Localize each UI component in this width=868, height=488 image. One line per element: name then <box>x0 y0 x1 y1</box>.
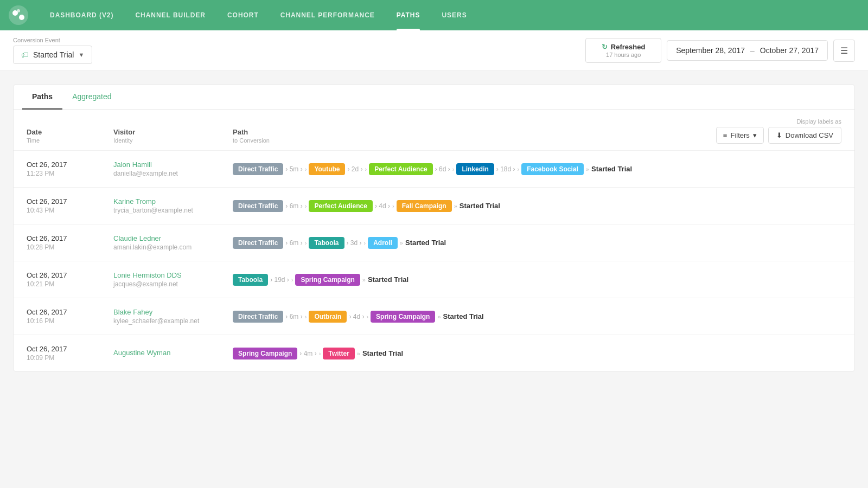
channel-badge[interactable]: Youtube <box>309 163 345 175</box>
date-primary: Oct 26, 2017 <box>27 234 113 242</box>
channel-badge[interactable]: Perfect Audience <box>309 200 373 212</box>
visitor-name[interactable]: Lonie Hermiston DDS <box>113 271 233 279</box>
navigation: DASHBOARD (V2) CHANNEL BUILDER COHORT CH… <box>0 0 868 30</box>
cell-visitor: Karine Tromptrycia_barton@example.net <box>113 197 233 214</box>
nav-item-dashboard[interactable]: DASHBOARD (V2) <box>39 0 124 30</box>
channel-badge[interactable]: Taboola <box>309 237 344 249</box>
col-visitor-label: Visitor <box>113 128 233 136</box>
toolbar: Conversion Event 🏷 Started Trial ▼ ↻ Ref… <box>0 30 868 71</box>
date-primary: Oct 26, 2017 <box>27 271 113 279</box>
date-time: 10:28 PM <box>27 243 113 251</box>
col-date-label: Date <box>27 128 113 136</box>
path-time: › 6m › <box>285 313 302 320</box>
path-arrow-icon: › <box>305 313 307 320</box>
nav-item-users[interactable]: USERS <box>431 0 477 30</box>
cell-visitor: Augustine Wyman <box>113 349 233 358</box>
path-flow: Taboola› 19d ››Spring Campaign » Started… <box>233 274 841 286</box>
nav-item-channel-builder[interactable]: CHANNEL BUILDER <box>124 0 216 30</box>
conversion-arrow-icon: » <box>586 166 589 172</box>
table-row: Oct 26, 201711:23 PMJalon Hamilldaniella… <box>14 151 854 188</box>
visitor-email: jacques@example.net <box>113 280 233 288</box>
table-row: Oct 26, 201710:43 PMKarine Tromptrycia_b… <box>14 188 854 224</box>
cell-path: Taboola› 19d ››Spring Campaign » Started… <box>233 274 841 286</box>
date-range[interactable]: September 28, 2017 – October 27, 2017 <box>667 40 828 61</box>
date-time: 10:09 PM <box>27 354 113 362</box>
visitor-name[interactable]: Karine Tromp <box>113 197 233 206</box>
visitor-email: amani.lakin@example.com <box>113 243 233 251</box>
main-content: Paths Aggregated Date Time Visitor Ident… <box>0 71 868 385</box>
nav-item-channel-performance[interactable]: CHANNEL PERFORMANCE <box>270 0 386 30</box>
channel-badge[interactable]: Fall Campaign <box>397 200 452 212</box>
visitor-name[interactable]: Augustine Wyman <box>113 349 233 357</box>
download-csv-button[interactable]: ⬇ Download CSV <box>768 127 841 144</box>
path-time: › 3d › <box>347 239 362 247</box>
chevron-down-icon: ▼ <box>78 52 84 58</box>
refresh-ago: 17 hours ago <box>606 52 641 58</box>
channel-badge[interactable]: Outbrain <box>309 311 347 323</box>
visitor-email: daniella@example.net <box>113 170 233 177</box>
channel-badge[interactable]: Direct Traffic <box>233 200 283 212</box>
channel-badge[interactable]: Direct Traffic <box>233 237 283 249</box>
tab-aggregated[interactable]: Aggregated <box>62 85 121 110</box>
filters-button[interactable]: ≡ Filters ▾ <box>716 127 764 144</box>
visitor-name[interactable]: Jalon Hamill <box>113 160 233 169</box>
path-flow: Direct Traffic› 6m ››Perfect Audience› 4… <box>233 200 841 212</box>
refresh-badge: ↻ Refreshed 17 hours ago <box>585 38 661 63</box>
channel-badge[interactable]: Twitter <box>323 348 354 359</box>
menu-icon: ☰ <box>840 46 848 56</box>
path-time: › 2d › <box>347 165 362 173</box>
tab-paths[interactable]: Paths <box>22 85 62 110</box>
visitor-name[interactable]: Claudie Ledner <box>113 234 233 242</box>
nav-item-cohort[interactable]: COHORT <box>216 0 270 30</box>
visitor-email: kylee_schaefer@example.net <box>113 317 233 325</box>
conversion-event-button[interactable]: 🏷 Started Trial ▼ <box>13 46 92 64</box>
path-time: › 5m › <box>285 165 302 173</box>
path-arrow-icon: › <box>517 166 519 172</box>
channel-badge[interactable]: Direct Traffic <box>233 163 283 175</box>
path-flow: Direct Traffic› 6m ››Taboola› 3d ››Adrol… <box>233 237 841 249</box>
table-row: Oct 26, 201710:16 PMBlake Faheykylee_sch… <box>14 298 854 335</box>
table-row: Oct 26, 201710:21 PMLonie Hermiston DDSj… <box>14 261 854 298</box>
toolbar-left: Conversion Event 🏷 Started Trial ▼ <box>13 37 92 64</box>
tab-bar: Paths Aggregated <box>14 85 854 110</box>
cell-path: Direct Traffic› 6m ››Taboola› 3d ››Adrol… <box>233 237 841 249</box>
conversion-arrow-icon: » <box>400 240 403 246</box>
date-time: 10:43 PM <box>27 207 113 214</box>
cell-date: Oct 26, 201710:21 PM <box>27 271 113 288</box>
refresh-label: Refreshed <box>611 43 646 51</box>
cell-path: Direct Traffic› 5m ››Youtube› 2d ››Perfe… <box>233 163 841 175</box>
path-arrow-icon: › <box>319 350 321 357</box>
download-icon: ⬇ <box>776 131 782 139</box>
path-arrow-icon: › <box>291 277 293 283</box>
path-flow: Direct Traffic› 6m ››Outbrain› 4d ››Spri… <box>233 311 841 323</box>
cell-path: Direct Traffic› 6m ››Perfect Audience› 4… <box>233 200 841 212</box>
channel-badge[interactable]: Spring Campaign <box>371 311 435 323</box>
path-arrow-icon: › <box>452 166 455 172</box>
visitor-name[interactable]: Blake Fahey <box>113 308 233 316</box>
filter-icon-button[interactable]: ☰ <box>833 40 855 62</box>
channel-badge[interactable]: Taboola <box>233 274 268 286</box>
nav-item-paths[interactable]: PATHS <box>386 0 431 30</box>
conversion-label-text: Started Trial <box>368 275 409 284</box>
date-primary: Oct 26, 2017 <box>27 160 113 169</box>
svg-point-0 <box>9 5 28 25</box>
channel-badge[interactable]: Perfect Audience <box>369 163 433 175</box>
col-path-header: Path to Conversion <box>233 128 716 144</box>
cell-visitor: Claudie Ledneramani.lakin@example.com <box>113 234 233 251</box>
display-labels-label: Display labels as <box>716 118 841 125</box>
logo[interactable] <box>9 5 28 25</box>
path-time: › 4m › <box>299 350 316 357</box>
channel-badge[interactable]: Linkedin <box>456 163 494 175</box>
channel-badge[interactable]: Adroll <box>368 237 398 249</box>
channel-badge[interactable]: Direct Traffic <box>233 311 283 323</box>
conversion-arrow-icon: » <box>362 277 366 283</box>
conversion-label: Conversion Event <box>13 37 92 43</box>
conversion-label-text: Started Trial <box>443 312 484 320</box>
cell-date: Oct 26, 201710:43 PM <box>27 197 113 214</box>
channel-badge[interactable]: Spring Campaign <box>233 348 297 359</box>
path-time: › 4d › <box>349 313 364 320</box>
conversion-label-text: Started Trial <box>362 349 403 357</box>
channel-badge[interactable]: Spring Campaign <box>295 274 360 286</box>
channel-badge[interactable]: Facebook Social <box>521 163 584 175</box>
cell-path: Spring Campaign› 4m ››Twitter » Started … <box>233 348 841 359</box>
